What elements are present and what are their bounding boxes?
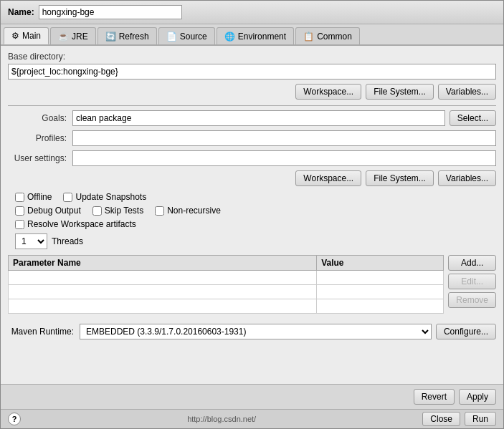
- name-label: Name:: [8, 7, 34, 17]
- checkbox-row-2: Debug Output Skip Tests Non-recursive: [15, 206, 496, 216]
- threads-row: 1 2 4 Threads: [15, 233, 496, 249]
- checkbox-row-1: Offline Update Snapshots: [15, 192, 496, 202]
- run-button[interactable]: Run: [465, 412, 496, 426]
- param-value-cell: [317, 285, 444, 299]
- skip-tests-checkbox[interactable]: [92, 206, 102, 216]
- debug-output-checkbox[interactable]: [15, 206, 24, 216]
- file-system-button-1[interactable]: File System...: [366, 84, 434, 100]
- file-system-button-2[interactable]: File System...: [366, 170, 434, 186]
- status-bar-buttons: Close Run: [422, 412, 496, 426]
- jre-icon: ☕: [58, 32, 69, 42]
- non-recursive-label: Non-recursive: [167, 206, 221, 216]
- debug-output-checkbox-item: Debug Output: [15, 206, 81, 216]
- table-row: [9, 285, 444, 299]
- refresh-icon: 🔄: [105, 32, 116, 42]
- main-content: Base directory: Workspace... File System…: [1, 46, 503, 384]
- help-icon[interactable]: ?: [8, 413, 21, 425]
- add-button[interactable]: Add...: [448, 255, 496, 271]
- configure-button[interactable]: Configure...: [436, 324, 496, 339]
- maven-runtime-select[interactable]: EMBEDDED (3.3.9/1.7.0.20160603-1931): [80, 324, 432, 339]
- edit-button[interactable]: Edit...: [448, 274, 496, 289]
- non-recursive-checkbox[interactable]: [155, 206, 164, 216]
- user-settings-label: User settings:: [8, 153, 72, 163]
- variables-button-1[interactable]: Variables...: [438, 84, 496, 100]
- bottom-bar: Revert Apply: [1, 384, 503, 409]
- resolve-workspace-label: Resolve Workspace artifacts: [27, 219, 136, 229]
- maven-runtime-label: Maven Runtime:: [8, 327, 80, 337]
- params-table: Parameter Name Value: [8, 255, 444, 314]
- goals-row: Goals: Select...: [8, 110, 496, 126]
- tab-refresh-label: Refresh: [119, 32, 149, 42]
- resolve-workspace-checkbox[interactable]: [15, 220, 24, 229]
- table-row: [9, 299, 444, 314]
- param-name-cell: [9, 271, 317, 285]
- tab-source-label: Source: [180, 32, 207, 42]
- tab-main[interactable]: ⚙ Main: [4, 27, 49, 44]
- base-dir-buttons: Workspace... File System... Variables...: [8, 84, 496, 100]
- base-dir-section: Base directory:: [8, 52, 496, 79]
- status-bar: ? http://blog.csdn.net/ Close Run: [1, 409, 503, 428]
- non-recursive-checkbox-item: Non-recursive: [155, 206, 221, 216]
- param-value-cell: [317, 299, 444, 314]
- revert-button[interactable]: Revert: [414, 389, 455, 405]
- source-icon: 📄: [166, 32, 177, 42]
- checkbox-row-3: Resolve Workspace artifacts: [15, 219, 496, 229]
- tab-jre-label: JRE: [72, 32, 88, 42]
- base-dir-label: Base directory:: [8, 52, 496, 62]
- offline-checkbox-item: Offline: [15, 192, 52, 202]
- goals-input[interactable]: [72, 110, 445, 126]
- tab-common-label: Common: [317, 32, 352, 42]
- remove-button[interactable]: Remove: [448, 292, 496, 308]
- status-link: http://blog.csdn.net/: [187, 415, 256, 423]
- profiles-row: Profiles:: [8, 130, 496, 146]
- close-button[interactable]: Close: [422, 412, 460, 426]
- tab-common[interactable]: 📋 Common: [295, 27, 360, 44]
- common-icon: 📋: [303, 32, 314, 42]
- workspace-button-2[interactable]: Workspace...: [295, 170, 361, 186]
- threads-select[interactable]: 1 2 4: [15, 233, 47, 249]
- resolve-workspace-checkbox-item: Resolve Workspace artifacts: [15, 219, 136, 229]
- profiles-input[interactable]: [72, 130, 496, 146]
- base-dir-input[interactable]: [8, 64, 496, 79]
- apply-button[interactable]: Apply: [459, 389, 496, 405]
- divider-1: [8, 105, 496, 106]
- main-icon: ⚙: [11, 31, 19, 41]
- name-input[interactable]: [39, 5, 182, 19]
- debug-output-label: Debug Output: [27, 206, 81, 216]
- checkboxes-section: Offline Update Snapshots Debug Output Sk…: [15, 192, 496, 229]
- col-value: Value: [317, 256, 444, 271]
- title-bar: Name:: [1, 1, 503, 24]
- bottom-right-buttons: Revert Apply: [414, 389, 496, 405]
- main-dialog: Name: ⚙ Main ☕ JRE 🔄 Refresh 📄 Source 🌐 …: [0, 0, 504, 429]
- param-value-cell: [317, 271, 444, 285]
- user-settings-buttons: Workspace... File System... Variables...: [8, 170, 496, 186]
- user-settings-row: User settings:: [8, 150, 496, 166]
- skip-tests-label: Skip Tests: [105, 206, 143, 216]
- tab-refresh[interactable]: 🔄 Refresh: [98, 27, 157, 44]
- tab-main-label: Main: [22, 31, 41, 41]
- workspace-button-1[interactable]: Workspace...: [295, 84, 361, 100]
- params-table-wrap: Parameter Name Value: [8, 255, 444, 318]
- maven-runtime-row: Maven Runtime: EMBEDDED (3.3.9/1.7.0.201…: [8, 324, 496, 339]
- update-snapshots-checkbox-item: Update Snapshots: [63, 192, 146, 202]
- user-settings-input[interactable]: [72, 150, 496, 166]
- col-param-name: Parameter Name: [9, 256, 317, 271]
- update-snapshots-checkbox[interactable]: [63, 193, 72, 202]
- tab-environment-label: Environment: [238, 32, 286, 42]
- offline-checkbox[interactable]: [15, 193, 24, 202]
- skip-tests-checkbox-item: Skip Tests: [92, 206, 143, 216]
- tabs-bar: ⚙ Main ☕ JRE 🔄 Refresh 📄 Source 🌐 Enviro…: [1, 24, 503, 46]
- tab-source[interactable]: 📄 Source: [158, 27, 215, 44]
- select-button[interactable]: Select...: [450, 110, 496, 126]
- profiles-label: Profiles:: [8, 133, 72, 143]
- tab-environment[interactable]: 🌐 Environment: [217, 27, 294, 44]
- goals-label: Goals:: [8, 113, 72, 123]
- threads-label: Threads: [52, 236, 83, 246]
- variables-button-2[interactable]: Variables...: [438, 170, 496, 186]
- tab-jre[interactable]: ☕ JRE: [50, 27, 96, 44]
- table-row: [9, 271, 444, 285]
- param-name-cell: [9, 299, 317, 314]
- params-buttons: Add... Edit... Remove: [448, 255, 496, 318]
- update-snapshots-label: Update Snapshots: [75, 192, 146, 202]
- params-section: Parameter Name Value: [8, 255, 496, 318]
